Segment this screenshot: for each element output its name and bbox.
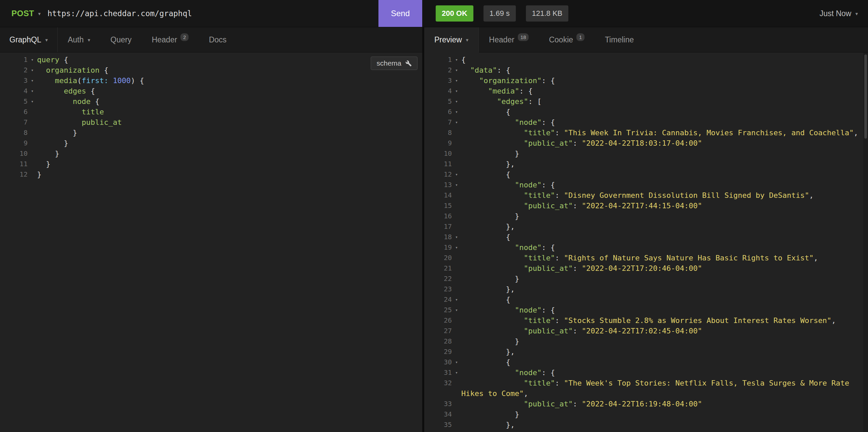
code-text: "edges": [ (461, 96, 863, 107)
scrollbar-track[interactable] (863, 53, 868, 432)
fold-toggle-icon[interactable]: ▾ (452, 75, 461, 86)
tab-cookie[interactable]: Cookie 1 (539, 27, 595, 52)
code-line: 7▾ "node": { (427, 117, 868, 128)
size-badge: 121.8 KB (526, 5, 569, 22)
chevron-down-icon (88, 37, 90, 42)
line-number: 9 (3, 138, 28, 148)
code-line: 4▾ "media": { (427, 86, 868, 96)
code-text: "data": { (461, 65, 863, 75)
code-text: "public_at": "2022-04-22T17:20:46-04:00" (461, 263, 863, 273)
line-number: 13 (427, 180, 452, 190)
code-line: 8 "title": "This Week In Trivia: Cannabi… (427, 128, 868, 138)
fold-toggle-icon[interactable]: ▾ (452, 55, 461, 65)
line-number: 11 (427, 159, 452, 169)
line-number: 30 (427, 357, 452, 367)
line-number: 2 (3, 65, 28, 75)
fold-toggle-icon[interactable]: ▾ (452, 96, 461, 107)
code-text: }, (461, 159, 863, 169)
code-line: 12▾ { (427, 169, 868, 180)
line-number: 25 (427, 305, 452, 315)
tab-preview[interactable]: Preview (424, 27, 479, 53)
tab-auth[interactable]: Auth (58, 27, 100, 52)
schema-button[interactable]: schema (371, 57, 417, 70)
code-line: 3▾ "organization": { (427, 75, 868, 86)
tab-query[interactable]: Query (100, 27, 142, 52)
url-input[interactable] (44, 9, 378, 18)
response-pane: Preview Header 18 Cookie 1 Timeline 1▾{2… (424, 27, 868, 432)
code-text: }, (461, 346, 863, 357)
fold-toggle-icon[interactable]: ▾ (452, 180, 461, 190)
code-line: 18▾ { (427, 232, 868, 242)
code-line: 10 } (427, 148, 868, 159)
line-number: 26 (427, 315, 452, 326)
line-number: 12 (3, 169, 28, 180)
code-text: public_at (37, 117, 122, 128)
code-line: 17 }, (427, 221, 868, 232)
code-line: 26 "title": "Stocks Stumble 2.8% as Worr… (427, 315, 868, 326)
line-number: 6 (3, 107, 28, 117)
tab-header[interactable]: Header 2 (142, 27, 199, 52)
code-text: }, (461, 221, 863, 232)
fold-toggle-icon[interactable]: ▾ (452, 107, 461, 117)
fold-toggle-icon[interactable]: ▾ (452, 357, 461, 367)
code-text: "node": { (461, 367, 863, 378)
code-text: { (461, 169, 863, 180)
fold-toggle-icon[interactable]: ▾ (28, 86, 37, 96)
body-type-dropdown[interactable]: GraphQL (0, 27, 58, 52)
tab-response-header[interactable]: Header 18 (479, 27, 539, 52)
code-text: "public_at": "2022-04-22T16:19:48-04:00" (461, 399, 863, 409)
fold-toggle-icon[interactable]: ▾ (28, 55, 37, 65)
code-text: edges { (37, 86, 95, 96)
fold-toggle-icon[interactable]: ▾ (452, 305, 461, 315)
fold-toggle-icon[interactable]: ▾ (28, 96, 37, 107)
chevron-down-icon (855, 11, 858, 16)
scrollbar-thumb[interactable] (864, 55, 867, 139)
code-line: 29 }, (427, 346, 868, 357)
code-line: 9 "public_at": "2022-04-22T18:03:17-04:0… (427, 138, 868, 148)
code-text: "public_at": "2022-04-22T18:03:17-04:00" (461, 138, 863, 148)
line-number: 18 (427, 232, 452, 242)
code-line: 4▾ edges { (3, 86, 422, 96)
fold-toggle-icon[interactable]: ▾ (28, 65, 37, 75)
line-number: 27 (427, 326, 452, 336)
method-dropdown[interactable]: POST (0, 0, 44, 27)
tab-timeline[interactable]: Timeline (595, 27, 644, 52)
line-number: 10 (3, 148, 28, 159)
line-number: 12 (427, 169, 452, 180)
fold-toggle-icon[interactable]: ▾ (452, 430, 461, 432)
code-line: 7 public_at (3, 117, 422, 128)
line-number: 3 (427, 75, 452, 86)
code-line: 33 "public_at": "2022-04-22T16:19:48-04:… (427, 399, 868, 409)
fold-toggle-icon[interactable]: ▾ (28, 75, 37, 86)
code-text: "organization": { (461, 75, 863, 86)
fold-toggle-icon[interactable]: ▾ (452, 65, 461, 75)
line-number: 3 (3, 75, 28, 86)
send-button[interactable]: Send (378, 0, 422, 27)
fold-toggle-icon[interactable]: ▾ (452, 117, 461, 128)
fold-toggle-icon[interactable]: ▾ (452, 367, 461, 378)
code-text: "title": "Disney Government Dissolution … (461, 190, 863, 201)
fold-toggle-icon[interactable]: ▾ (452, 242, 461, 253)
code-line: 6▾ { (427, 107, 868, 117)
response-history-dropdown[interactable]: Just Now (819, 9, 858, 18)
code-text: }, (461, 284, 863, 294)
code-line: 10 } (3, 148, 422, 159)
line-number: 8 (427, 128, 452, 138)
body-type-label: GraphQL (9, 35, 41, 44)
line-number: 15 (427, 201, 452, 211)
fold-toggle-icon[interactable]: ▾ (452, 232, 461, 242)
fold-toggle-icon[interactable]: ▾ (452, 169, 461, 180)
code-line: 1▾{ (427, 55, 868, 65)
response-preview-editor[interactable]: 1▾{2▾ "data": {3▾ "organization": {4▾ "m… (424, 53, 868, 432)
tab-docs[interactable]: Docs (199, 27, 236, 52)
history-label: Just Now (819, 9, 851, 18)
code-text: query { (37, 55, 68, 65)
fold-toggle-icon[interactable]: ▾ (452, 294, 461, 305)
code-line: 34 } (427, 409, 868, 420)
code-text: } (37, 169, 41, 180)
line-number: 2 (427, 65, 452, 75)
code-text: "title": "Stocks Stumble 2.8% as Worries… (461, 315, 863, 326)
code-line: 13▾ "node": { (427, 180, 868, 190)
graphql-query-editor[interactable]: schema 1▾query {2▾ organization {3▾ medi… (0, 53, 422, 432)
fold-toggle-icon[interactable]: ▾ (452, 86, 461, 96)
